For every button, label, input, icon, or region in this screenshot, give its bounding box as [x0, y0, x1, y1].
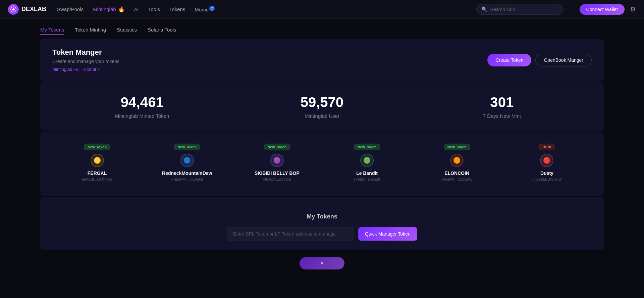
token-name: ELONCOIN: [444, 170, 469, 176]
token-card[interactable]: New Token 🟠 ELONCOIN 9RjaRN...DzSqW5: [412, 138, 502, 187]
token-badge: New Token: [444, 144, 470, 150]
stat-new-mint: 301 7 Days New Mint: [412, 94, 592, 119]
token-address: FSpzRM....Jo3a9m: [171, 177, 203, 181]
nav-swap[interactable]: Swap/Pools: [57, 6, 84, 12]
token-name: RedneckMountainDew: [162, 170, 212, 176]
sub-nav: My Tokens Token Minting Statistics Solan…: [0, 19, 644, 39]
nav-links: Swap/Pools Mintinglab 🔥 AI Tools Tokens …: [57, 6, 215, 13]
nav-right: Connect Wallet ⚙: [580, 4, 636, 15]
token-manager-title: Token Manger: [52, 48, 121, 57]
openbook-manager-button[interactable]: OpenBook Manger: [535, 54, 592, 66]
tab-statistics[interactable]: Statistics: [117, 27, 137, 35]
logo-icon: [8, 4, 19, 15]
token-badge: New Token: [264, 144, 290, 150]
token-badge: New Token: [84, 144, 110, 150]
bottom-action-button[interactable]: ▼: [300, 257, 345, 269]
flame-icon: 🔥: [118, 6, 125, 12]
search-input[interactable]: [490, 7, 558, 12]
token-name: SKIBIDI BELLY BOP: [255, 170, 300, 176]
logo-text: DEXLAB: [21, 6, 46, 13]
nav-mome[interactable]: Mome2: [195, 7, 215, 12]
search-bar: 🔍: [476, 4, 564, 15]
navbar: DEXLAB Swap/Pools Mintinglab 🔥 AI Tools …: [0, 0, 644, 19]
nav-mintinglab[interactable]: Mintinglab 🔥: [93, 6, 124, 12]
nav-tools[interactable]: Tools: [148, 6, 160, 12]
bottom-area: ▼: [40, 250, 604, 276]
token-icon: 🟠: [450, 154, 464, 167]
tutorial-link[interactable]: Mintinglab Full Tutorial >: [52, 67, 100, 72]
stat-user: 59,570 Mintinglab User: [232, 94, 412, 119]
logo[interactable]: DEXLAB: [8, 4, 46, 15]
token-card[interactable]: New Token 🟢 Le Bandit 9Vnt2v...an2pZK: [322, 138, 412, 187]
stat-user-label: Mintinglab User: [232, 113, 412, 119]
stat-user-value: 59,570: [232, 94, 412, 110]
my-tokens-title: My Tokens: [52, 213, 592, 220]
token-address: HkPgLY...qV2fpa: [263, 177, 291, 181]
token-badge: New Token: [354, 144, 380, 150]
quick-manager-button[interactable]: Quick Manager Token: [358, 227, 417, 241]
token-card[interactable]: New Token 🔵 RedneckMountainDew FSpzRM...…: [142, 138, 232, 187]
token-address: 9RjaRN...DzSqW5: [442, 177, 472, 181]
search-icon: 🔍: [481, 6, 488, 12]
token-manager-buttons: Create Token OpenBook Manger: [487, 54, 592, 66]
tab-token-minting[interactable]: Token Minting: [75, 27, 106, 35]
token-manager-card: Token Manger Create and manage your toke…: [40, 39, 604, 82]
token-card[interactable]: New Token 🟣 SKIBIDI BELLY BOP HkPgLY...q…: [232, 138, 322, 187]
token-name: FERGAL: [88, 170, 107, 176]
stat-minted-label: Mintinglab Minted Token: [52, 113, 232, 119]
token-badge: Burn: [539, 144, 555, 150]
stat-new-mint-label: 7 Days New Mint: [412, 113, 592, 119]
tab-solana-tools[interactable]: Solana Tools: [148, 27, 176, 35]
token-icon: 🟣: [270, 154, 284, 167]
settings-icon[interactable]: ⚙: [630, 5, 636, 13]
stat-new-mint-value: 301: [412, 94, 592, 110]
mome-badge: 2: [209, 6, 215, 11]
token-icon: 🟢: [360, 154, 374, 167]
tab-my-tokens[interactable]: My Tokens: [40, 27, 64, 35]
token-address-input[interactable]: [227, 227, 354, 241]
token-name: Le Bandit: [356, 170, 378, 176]
token-icon: 🟡: [91, 154, 104, 167]
token-address: 5m79ZM...8SUuyn: [532, 177, 562, 181]
token-icon: 🔴: [540, 154, 553, 167]
stat-minted-value: 94,461: [52, 94, 232, 110]
token-card[interactable]: Burn 🔴 Dusty 5m79ZM...8SUuyn: [502, 138, 592, 187]
stats-row: 94,461 Mintinglab Minted Token 59,570 Mi…: [40, 82, 604, 131]
token-cards-row: New Token 🟡 FERGAL aaAqBf...UzXTKW New T…: [40, 132, 604, 196]
nav-tokens[interactable]: Tokens: [169, 6, 185, 12]
connect-wallet-button[interactable]: Connect Wallet: [580, 4, 625, 15]
nav-ai[interactable]: AI: [134, 6, 139, 12]
create-token-button[interactable]: Create Token: [487, 54, 531, 66]
section-divider: [52, 206, 592, 206]
my-tokens-section: My Tokens Quick Manager Token: [40, 197, 604, 250]
token-manager-info: Token Manger Create and manage your toke…: [52, 48, 121, 72]
main-content: Token Manger Create and manage your toke…: [0, 39, 644, 276]
token-address: 9Vnt2v...an2pZK: [354, 177, 381, 181]
stat-minted-token: 94,461 Mintinglab Minted Token: [52, 94, 232, 119]
token-icon: 🔵: [180, 154, 194, 167]
token-badge: New Token: [174, 144, 200, 150]
token-card[interactable]: New Token 🟡 FERGAL aaAqBf...UzXTKW: [52, 138, 142, 187]
token-input-row: Quick Manager Token: [52, 227, 592, 241]
token-name: Dusty: [540, 170, 553, 176]
token-address: aaAqBf...UzXTKW: [82, 177, 112, 181]
token-manager-desc: Create and manage your tokens.: [52, 59, 121, 64]
